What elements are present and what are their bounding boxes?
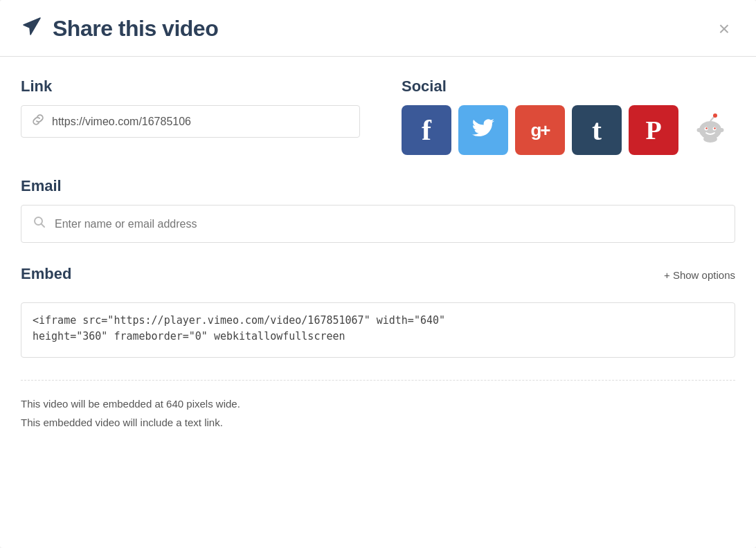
close-button[interactable]: × [713,17,735,42]
googleplus-icon: g+ [530,120,549,141]
link-section: Link [21,77,360,155]
reddit-icon [692,109,728,152]
embed-header: Embed + Show options [21,265,735,293]
social-section: Social f [402,77,735,155]
modal-body: Link Social f [0,57,756,548]
link-input-wrapper [21,105,360,138]
social-icons: f g+ [402,105,735,155]
title-group: Share this video [21,15,218,42]
embed-note-2: This embedded video will include a text … [21,413,735,432]
email-label: Email [21,177,735,195]
twitter-icon [470,114,496,147]
email-input[interactable] [55,218,723,230]
email-section: Email [21,177,735,243]
tumblr-icon: t [592,116,602,145]
svg-line-11 [42,224,45,228]
embed-textarea[interactable] [21,302,735,358]
show-options-link[interactable]: + Show options [664,269,735,281]
share-icon [21,15,43,42]
svg-point-6 [719,128,724,132]
googleplus-button[interactable]: g+ [515,105,565,155]
modal-header: Share this video × [0,0,756,57]
link-label: Link [21,77,360,95]
top-row: Link Social f [21,77,735,155]
svg-point-5 [697,128,702,132]
share-modal: Share this video × Link [0,0,756,548]
facebook-button[interactable]: f [402,105,451,155]
modal-title: Share this video [53,16,218,42]
reddit-button[interactable] [685,105,735,155]
embed-label: Embed [21,265,71,283]
social-label: Social [402,77,735,95]
svg-point-3 [705,127,707,129]
email-input-wrapper [21,205,735,243]
svg-point-9 [703,136,717,143]
twitter-button[interactable] [458,105,508,155]
tumblr-button[interactable]: t [572,105,622,155]
embed-note-1: This video will be embedded at 640 pixel… [21,394,735,413]
pinterest-button[interactable]: P [629,105,678,155]
link-input[interactable] [52,116,350,128]
pinterest-icon: P [645,117,661,143]
link-icon [31,113,45,130]
embed-notes: This video will be embedded at 640 pixel… [21,380,735,432]
svg-point-4 [714,127,715,129]
search-icon [33,215,46,232]
facebook-icon: f [422,116,431,145]
svg-point-8 [713,113,717,118]
embed-section: Embed + Show options [21,265,735,360]
